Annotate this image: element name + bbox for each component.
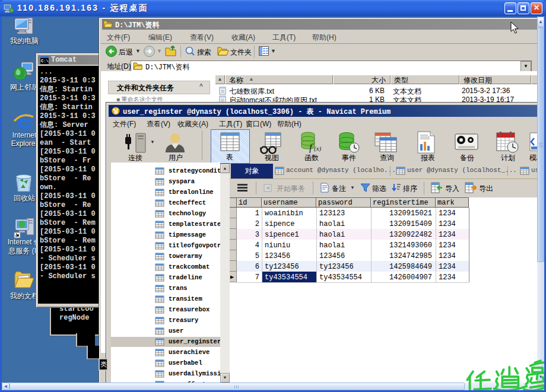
svg-text:(x): (x) <box>314 145 322 152</box>
